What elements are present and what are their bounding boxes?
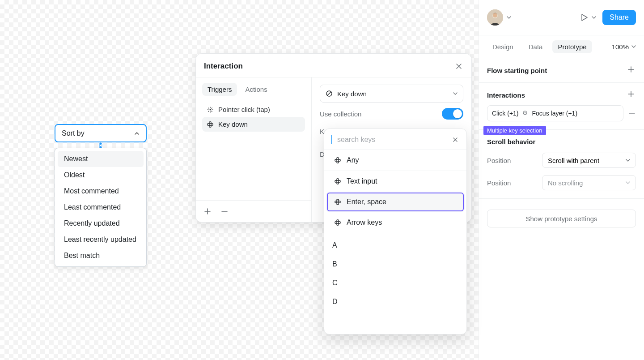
modal-title: Interaction bbox=[204, 62, 243, 71]
sortby-option-least-commented[interactable]: Least commented bbox=[58, 199, 144, 215]
play-prototype-button[interactable] bbox=[579, 13, 596, 22]
svg-rect-13 bbox=[335, 180, 337, 182]
use-collection-toggle[interactable] bbox=[442, 108, 463, 120]
zoom-value: 100% bbox=[612, 43, 629, 51]
text-cursor bbox=[331, 135, 332, 144]
interaction-chip[interactable]: Click (+1) Focus layer (+1) bbox=[487, 105, 623, 121]
key-option-arrow-keys[interactable]: Arrow keys bbox=[326, 212, 465, 233]
trigger-key-down[interactable]: Key down bbox=[202, 117, 305, 132]
inspector-panel: Share Design Data Prototype 100% Flow st… bbox=[479, 0, 644, 360]
key-letter-b[interactable]: B bbox=[324, 255, 466, 274]
svg-rect-18 bbox=[339, 201, 340, 203]
svg-rect-5 bbox=[211, 124, 213, 125]
pointer-click-icon bbox=[207, 106, 214, 113]
add-trigger-button[interactable] bbox=[203, 207, 212, 216]
svg-rect-3 bbox=[209, 125, 211, 127]
key-option-any-label: Any bbox=[347, 156, 359, 164]
svg-rect-22 bbox=[339, 222, 340, 223]
key-letter-c[interactable]: C bbox=[324, 274, 466, 292]
svg-rect-15 bbox=[337, 199, 339, 201]
svg-point-25 bbox=[493, 13, 497, 17]
dpad-icon bbox=[334, 178, 341, 185]
trigger-keydown-label: Key down bbox=[218, 120, 248, 128]
trigger-pointer-label: Pointer click (tap) bbox=[218, 106, 270, 113]
key-down-icon bbox=[207, 121, 214, 128]
svg-rect-8 bbox=[337, 161, 339, 163]
key-letter-a[interactable]: A bbox=[324, 236, 466, 255]
svg-rect-17 bbox=[335, 201, 337, 203]
svg-rect-19 bbox=[337, 220, 339, 222]
add-interaction-button[interactable] bbox=[628, 91, 636, 99]
toggle-knob bbox=[453, 109, 462, 118]
chevron-down-icon bbox=[592, 15, 596, 20]
svg-rect-9 bbox=[335, 159, 337, 161]
sortby-option-least-recently-updated[interactable]: Least recently updated bbox=[58, 231, 144, 248]
add-flow-button[interactable] bbox=[628, 66, 636, 74]
key-option-text-input-label: Text input bbox=[347, 177, 377, 185]
scroll-select-2-value: No scrolling bbox=[548, 179, 583, 187]
interactions-title: Interactions bbox=[487, 91, 525, 99]
svg-rect-12 bbox=[337, 182, 339, 184]
chevron-down-icon bbox=[507, 15, 511, 20]
key-option-arrow-keys-label: Arrow keys bbox=[347, 219, 382, 227]
svg-rect-10 bbox=[339, 159, 340, 161]
position-label-1: Position bbox=[487, 157, 511, 164]
flow-starting-point-title: Flow starting point bbox=[487, 67, 547, 74]
tooltip-multiple-key: Multiple key selection bbox=[483, 126, 546, 135]
sortby-option-newest[interactable]: Newest bbox=[58, 151, 144, 167]
key-letter-d[interactable]: D bbox=[324, 292, 466, 311]
svg-rect-7 bbox=[337, 158, 339, 159]
chevron-down-icon bbox=[626, 180, 630, 185]
svg-point-1 bbox=[210, 109, 211, 110]
sortby-trigger[interactable]: Sort by bbox=[55, 124, 147, 142]
key-option-enter-space-label: Enter, space bbox=[347, 198, 386, 206]
scroll-position-select-2[interactable]: No scrolling bbox=[542, 175, 636, 190]
chevron-down-icon bbox=[631, 44, 636, 49]
close-icon[interactable] bbox=[454, 62, 463, 71]
tab-triggers[interactable]: Triggers bbox=[202, 83, 237, 96]
svg-rect-11 bbox=[337, 179, 339, 180]
key-option-enter-space[interactable]: Enter, space bbox=[326, 192, 465, 212]
chevron-down-icon bbox=[626, 158, 630, 163]
sortby-trigger-label: Sort by bbox=[62, 129, 85, 137]
clear-search-icon[interactable] bbox=[451, 136, 459, 144]
avatar bbox=[487, 9, 503, 26]
svg-rect-14 bbox=[339, 180, 340, 182]
sortby-option-best-match[interactable]: Best match bbox=[58, 248, 144, 264]
scroll-position-select-1[interactable]: Scroll with parent bbox=[542, 153, 636, 168]
svg-rect-21 bbox=[335, 222, 337, 223]
key-option-text-input[interactable]: Text input bbox=[326, 171, 465, 192]
inspector-tab-prototype[interactable]: Prototype bbox=[552, 40, 592, 53]
zoom-control[interactable]: 100% bbox=[612, 43, 636, 51]
sortby-option-oldest[interactable]: Oldest bbox=[58, 167, 144, 183]
inspector-tab-data[interactable]: Data bbox=[523, 40, 548, 53]
key-option-any[interactable]: Any bbox=[326, 150, 465, 171]
key-picker-dropdown: Any Text input Enter, space Arrow keys A… bbox=[324, 129, 467, 334]
prohibit-icon bbox=[326, 90, 333, 97]
chevron-up-icon bbox=[134, 131, 140, 136]
modal-left-column: Triggers Actions Pointer click (tap) Key… bbox=[196, 77, 312, 222]
sortby-menu: Newest Oldest Most commented Least comme… bbox=[55, 148, 147, 267]
dpad-icon bbox=[334, 157, 341, 164]
sortby-option-most-commented[interactable]: Most commented bbox=[58, 183, 144, 199]
svg-rect-2 bbox=[209, 122, 211, 124]
key-search-row bbox=[324, 129, 466, 150]
use-collection-label: Use collection bbox=[320, 110, 361, 118]
interaction-chip-focus: Focus layer (+1) bbox=[532, 110, 578, 117]
chevron-down-icon bbox=[453, 91, 458, 96]
interaction-chip-click: Click (+1) bbox=[492, 110, 519, 117]
target-icon bbox=[522, 110, 529, 116]
remove-interaction-button[interactable] bbox=[628, 109, 636, 117]
trigger-type-select[interactable]: Key down bbox=[320, 85, 463, 103]
sortby-option-recently-updated[interactable]: Recently updated bbox=[58, 215, 144, 231]
svg-rect-16 bbox=[337, 203, 339, 205]
inspector-tab-design[interactable]: Design bbox=[487, 40, 519, 53]
remove-trigger-button[interactable] bbox=[220, 207, 229, 216]
user-avatar-menu[interactable] bbox=[487, 9, 511, 26]
position-label-2: Position bbox=[487, 179, 511, 187]
trigger-pointer-click[interactable]: Pointer click (tap) bbox=[202, 102, 305, 117]
show-prototype-settings-button[interactable]: Show prototype settings bbox=[487, 210, 636, 227]
tab-actions[interactable]: Actions bbox=[240, 83, 272, 96]
key-search-input[interactable] bbox=[337, 136, 447, 144]
share-button[interactable]: Share bbox=[602, 10, 636, 25]
